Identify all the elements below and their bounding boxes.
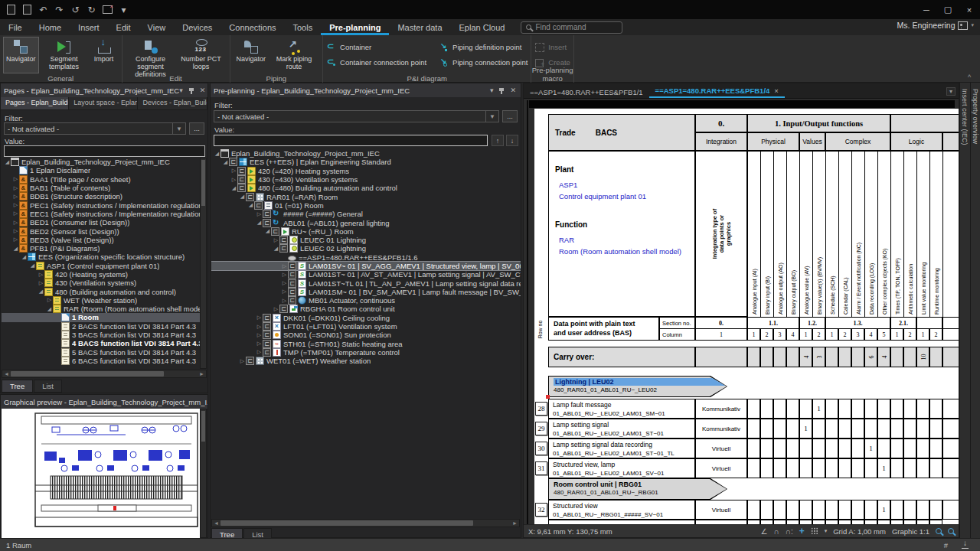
collapse-icon[interactable]: ◢ [239, 194, 246, 200]
panel-tab-devices-eplan-buildi-[interactable]: Devices - Eplan_Buildi... [138, 97, 207, 109]
pipe-navigator-button[interactable]: Navigator [234, 37, 270, 73]
expand-icon[interactable]: ▷ [239, 358, 246, 364]
redo-small-icon[interactable]: ↻ [85, 3, 98, 16]
ribbon-tab-view[interactable]: View [139, 19, 175, 35]
mark-route-button[interactable]: Mark piping route [269, 37, 319, 73]
panel-tab-pages-eplan-buildin-[interactable]: Pages - Eplan_Buildin... [1, 97, 69, 109]
maximize-button[interactable]: ▢ [937, 0, 959, 19]
close-icon[interactable]: ✕ [510, 86, 516, 94]
hash-icon[interactable]: # [944, 541, 948, 549]
tree-item[interactable]: 3 BACS function list VDI 3814 Part 4.3 [2, 331, 201, 339]
tree-item[interactable]: ◢Eplan_Building_Technology_Project_mm_IE… [211, 149, 521, 158]
import-button[interactable]: Import [90, 37, 119, 73]
tree-item[interactable]: ▷⊏LAM01ST~TL 01 | TL_AN_P_AMEV1 | Lamp s… [211, 279, 521, 287]
preplanning-filter-combo[interactable]: - Not activated - ▼ [214, 110, 499, 122]
search-up-button[interactable]: ↑ [492, 135, 504, 146]
redo-icon[interactable]: ↷ [53, 3, 66, 16]
expand-icon[interactable]: ▷ [256, 324, 263, 330]
plant-description[interactable]: Control equipment plant 01 [559, 192, 646, 201]
expand-icon[interactable]: ▷ [12, 220, 19, 226]
property-overview-tab[interactable]: Property overview [972, 89, 979, 144]
navigator-button[interactable]: Navigator [3, 37, 39, 73]
tree-item[interactable]: ▷BED1 (Consumer list (Design)) [2, 218, 201, 227]
tree-item[interactable]: ◢480 (Building automation and control) [2, 287, 201, 295]
tree-item[interactable]: ▷⊏WET01 (=WET) Weather station [211, 357, 521, 365]
tree-item[interactable]: ◢⊏01 (=01) Room [211, 201, 521, 210]
user-account[interactable]: Ms. Engineering ▾ [897, 21, 974, 30]
panel-tab-layout-space-eplan-[interactable]: Layout space - Eplan_... [69, 97, 138, 109]
download-icon[interactable] [962, 541, 969, 549]
pages-filter-combo[interactable]: - Not activated - ▼ [4, 122, 186, 135]
tree-item[interactable]: ◢⊏ABL01 (=ABL01) general lighting [211, 218, 521, 227]
expand-icon[interactable]: ▷ [256, 315, 263, 321]
close-window-icon[interactable] [101, 3, 114, 16]
expand-icon[interactable]: ▷ [281, 298, 288, 304]
collapse-icon[interactable]: ◢ [38, 289, 44, 295]
row-number-box[interactable]: 30 [535, 442, 547, 455]
magnet-icon[interactable]: ∩ [774, 527, 779, 536]
ribbon-tab-connections[interactable]: Connections [220, 19, 284, 35]
collapse-icon[interactable]: ◢ [273, 246, 279, 252]
tree-item[interactable]: 6 BACS function list VDI 3814 Part 4.3 [2, 357, 201, 365]
preplanning-filter-more-button[interactable]: ... [502, 110, 518, 122]
zoom-in-icon[interactable] [936, 528, 942, 534]
chevron-down-icon[interactable]: ▾ [490, 86, 494, 94]
expand-icon[interactable]: ▷ [281, 272, 288, 278]
tree-item[interactable]: ▷⊏LAM01SV~ 01 | SV_AGG_AMEV1 | Structure… [211, 262, 521, 270]
minimize-button[interactable]: ─ [916, 0, 937, 19]
tree-item[interactable]: ◢⊏RAR01 (=RAR) Room [211, 192, 521, 201]
tree-item[interactable]: ▷WET (Weather station) [2, 296, 201, 305]
tree-item[interactable]: ▷BAB1 (Table of contents) [2, 184, 201, 192]
tree-item[interactable]: ◢⊏480 (=480) Building automation and con… [211, 184, 521, 192]
tree-item[interactable]: ▷⊏RBGHA 01 Room control unit [211, 305, 521, 313]
ribbon-tab-pre-planning[interactable]: Pre-planning [321, 19, 389, 35]
configure-segments-button[interactable]: Configure segment definitions [126, 37, 176, 73]
tree-item[interactable]: 4 BACS function list VDI 3814 Part 4.3 [2, 339, 201, 347]
tree-item[interactable]: ▷430 (Ventilation systems) [2, 279, 201, 287]
group-band[interactable]: Lightning | LEU02480_RAR01_01_ABL01_RU~_… [548, 376, 727, 397]
collapse-icon[interactable]: ◢ [230, 185, 237, 191]
pages-tree-horizontal-scrollbar[interactable]: ◄► [2, 370, 207, 378]
tree-item[interactable]: ▷BED3 (Valve list (Design)) [2, 236, 201, 244]
preplanning-value-input[interactable] [214, 135, 488, 146]
pages-filter-more-button[interactable]: ... [189, 122, 204, 135]
preview-vertical-scrollbar[interactable] [200, 409, 207, 538]
expand-icon[interactable]: ▷ [38, 272, 44, 278]
document-tab-2[interactable]: ==ASP1=480.RAR++EES&PFB1/4× [649, 84, 785, 98]
tree-item[interactable]: ▷BED2 (Sensor list (Design)) [2, 227, 201, 235]
tree-item[interactable]: 2 BACS function list VDI 3814 Part 4.3 [2, 322, 201, 331]
tree-item[interactable]: 5 BACS function list VDI 3814 Part 4.3 [2, 348, 201, 357]
expand-icon[interactable]: ▷ [38, 280, 44, 286]
ribbon-tab-edit[interactable]: Edit [108, 19, 139, 35]
collapse-icon[interactable]: ◢ [264, 228, 271, 234]
tree-item[interactable]: ▷⊏STH01 (=STH01) Static heating area [211, 340, 521, 348]
ribbon-tab-tools[interactable]: Tools [285, 19, 322, 35]
grid-icon[interactable] [811, 527, 818, 535]
tree-item[interactable]: ◢ASP1 (Control equipment plant 01) [2, 262, 201, 270]
tree-item[interactable]: ▷⊏##### (=#####) General [211, 210, 521, 218]
tree-item[interactable]: 1 Eplan Disclaimer [2, 166, 201, 174]
pages-tree-vertical-scrollbar[interactable] [200, 158, 207, 369]
close-tab-icon[interactable]: × [774, 86, 779, 95]
tree-item[interactable]: ◢⊏LEUEC 02 Lightning [211, 244, 521, 253]
pipe-conn-point-button[interactable]: Piping connection point [439, 55, 528, 69]
tree-item[interactable]: ==ASP1=480.RAR++EES&PFB1/1.6 [211, 253, 521, 262]
tree-item[interactable]: ◢PFB1 (P&I Diagrams) [2, 244, 201, 253]
ribbon-tab-master-data[interactable]: Master data [389, 19, 450, 35]
expand-icon[interactable]: ▷ [12, 176, 19, 182]
expand-icon[interactable]: ▷ [46, 297, 53, 303]
search-down-button[interactable]: ↓ [506, 135, 518, 146]
preplanning-horizontal-scrollbar[interactable]: ◄► [211, 519, 520, 527]
preview-canvas[interactable] [2, 409, 201, 538]
tree-item[interactable]: ▷⊏LEUEC 01 Lightning [211, 236, 521, 244]
tree-item[interactable]: ◢⊏RU~ (=RU_) Room [211, 227, 521, 236]
tree-item[interactable]: ▷⊏LAM01SM~ 01 | BV_SM_AMEV1 | Lamp fault… [211, 288, 521, 296]
expand-icon[interactable]: ▷ [281, 280, 288, 286]
expand-icon[interactable]: ▷ [12, 228, 19, 234]
tree-item[interactable]: ▷⊏420 (=420) Heating systems [211, 167, 521, 175]
tree-item[interactable]: ◢Eplan_Building_Technology_Project_mm_IE… [2, 158, 201, 166]
pipe-def-point-button[interactable]: Piping definition point [439, 40, 528, 54]
segment-templates-button[interactable]: Segment templates [39, 37, 90, 73]
tree-item[interactable]: ▷⊏LFT01 (=LFT01) Ventilation system [211, 322, 521, 331]
ribbon-tab-file[interactable]: File [0, 19, 31, 35]
